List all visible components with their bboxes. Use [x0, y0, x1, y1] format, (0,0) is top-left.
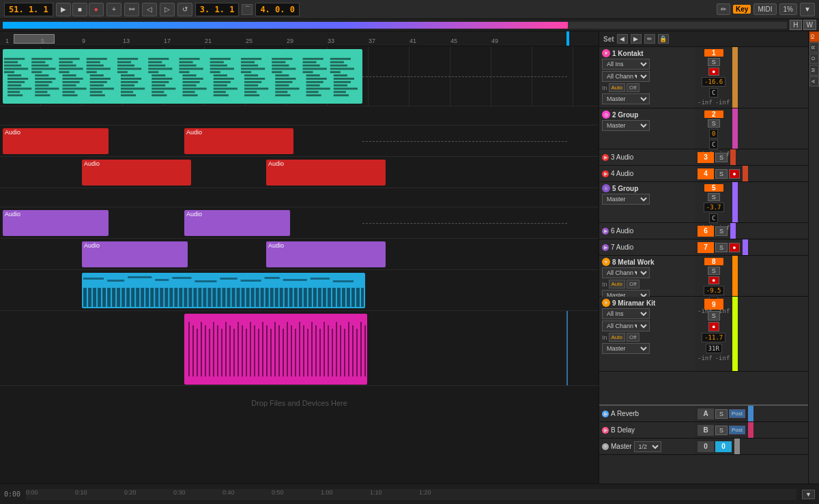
pencil-button[interactable]: ✏ [717, 3, 730, 15]
track-1-output-select[interactable]: Master [602, 93, 650, 104]
a-button[interactable]: A [809, 76, 819, 87]
overview-timeline[interactable] [3, 22, 787, 29]
track-3-s-button[interactable]: S [715, 153, 728, 162]
clip-audio-6a[interactable]: Audio [3, 210, 109, 236]
svg-rect-97 [241, 61, 255, 63]
back-button[interactable]: ◁ [142, 3, 157, 16]
track-1-midi-in[interactable]: All Ins [602, 59, 650, 70]
track-1-off-button[interactable]: Off [627, 83, 640, 92]
track-4-s-button[interactable]: S [715, 169, 728, 179]
playhead-line [566, 311, 568, 385]
track-1-number-col: 1 S ● -16.6 C -inf -inf [695, 47, 732, 108]
svg-rect-124 [303, 71, 313, 73]
track-6-icon: ▶ [602, 228, 609, 235]
send-b-post-button[interactable]: Post [729, 426, 745, 434]
track-5-output-select[interactable]: Master [602, 194, 650, 205]
track-9-midi-select[interactable]: All Ins [602, 308, 650, 319]
bottom-timeline[interactable]: 0:00 0:10 0:20 0:30 0:40 0:50 1:00 1:10 … [26, 489, 796, 500]
clip-audio-7a[interactable]: Audio [82, 241, 188, 267]
arrangement-view[interactable]: 1 5 9 13 17 21 25 29 33 37 41 45 49 [0, 31, 599, 484]
track-9-output: Master [602, 343, 692, 354]
clip-audio-3b[interactable]: Audio [184, 128, 293, 154]
track-8-arm-button[interactable]: ● [708, 276, 719, 284]
forward-button[interactable]: ▷ [160, 3, 175, 16]
clip-audio-6b[interactable]: Audio [184, 210, 290, 236]
stop-button[interactable]: ■ [72, 3, 87, 16]
clip-miramar[interactable] [184, 314, 367, 385]
time-mark-20: 0:20 [124, 489, 136, 496]
svg-rect-179 [251, 288, 255, 307]
m-button[interactable]: M [809, 65, 819, 76]
master-division-select[interactable]: 1/2 [634, 441, 661, 452]
svg-rect-106 [244, 91, 257, 93]
track-1-controls: All Ins [602, 59, 692, 70]
svg-rect-20 [35, 85, 48, 87]
track-9-output-select[interactable]: Master [602, 343, 650, 354]
track-5-s-button[interactable]: S [708, 193, 720, 201]
r-button[interactable]: R [809, 42, 819, 53]
midi-button[interactable]: MIDI [753, 3, 776, 15]
clip-kontakt-1[interactable] [3, 49, 362, 104]
loop-button[interactable]: ↺ [177, 3, 192, 16]
play-button[interactable]: ▶ [56, 3, 71, 16]
io-button[interactable]: IO [809, 31, 819, 42]
track-2-s-button[interactable]: S [708, 119, 720, 128]
track-8-channel-select[interactable]: All Chann▼ [602, 267, 650, 278]
zoom-arrow[interactable]: ▼ [800, 3, 815, 16]
set-prev-button[interactable]: ◀ [617, 34, 628, 44]
track-1-output: Master [602, 93, 692, 104]
zoom-button[interactable]: 1% [779, 3, 797, 15]
track-8-auto-button[interactable]: Auto [609, 280, 625, 288]
svg-rect-164 [179, 288, 182, 307]
w-button[interactable]: W [803, 20, 816, 30]
track-9-off-button[interactable]: Off [627, 333, 640, 342]
h-button[interactable]: H [790, 20, 801, 30]
link-button[interactable]: ⚯ [124, 3, 139, 16]
scroll-end-button[interactable]: ▼ [802, 490, 815, 499]
track-7-arm-button[interactable]: ● [729, 243, 740, 252]
record-button[interactable]: ● [89, 3, 104, 16]
track-8-s-button[interactable]: S [708, 267, 720, 275]
mixer-track-7: ▶ 7 Audio 7 S ● [599, 239, 808, 256]
send-a-post-button[interactable]: Post [729, 409, 745, 418]
track-lane-3: Audio Audio [0, 125, 599, 157]
track-9-arm-button[interactable]: ● [708, 322, 719, 331]
track-7-s-button[interactable]: S [715, 243, 728, 252]
send-b-s-button[interactable]: S [715, 426, 728, 435]
track-1-s-button[interactable]: S [708, 58, 720, 66]
svg-rect-133 [330, 61, 344, 63]
clip-audio-4b[interactable]: Audio [266, 160, 386, 186]
o-button[interactable]: O [809, 53, 819, 63]
set-pencil-button[interactable]: ✏ [644, 34, 655, 44]
loop-region[interactable] [14, 34, 55, 44]
track-8-off-button[interactable]: Off [627, 280, 640, 288]
send-a-s-button[interactable]: S [715, 409, 728, 419]
svg-rect-163 [174, 288, 177, 307]
svg-rect-210 [241, 280, 261, 282]
send-a-controls: A S Post [695, 406, 748, 421]
ruler-mark-13: 13 [123, 38, 130, 44]
track-1-info: ▼ 1 Kontakt All Ins All Chann▼ [599, 47, 695, 108]
clip-audio-4a[interactable]: Audio [82, 160, 191, 186]
track-1-arm-button[interactable]: ● [708, 68, 719, 76]
track-4-icon: ▶ [602, 171, 609, 177]
track-4-arm-button[interactable]: ● [729, 169, 740, 179]
track-1-channel-select[interactable]: All Chann▼ [602, 71, 650, 82]
master-color-bar [734, 439, 740, 454]
track-2-output-select[interactable]: Master [602, 120, 650, 131]
track-9-channel-select[interactable]: All Chann▼ [602, 321, 650, 331]
track-9-s-button[interactable]: S [708, 311, 720, 321]
track-1-name-row: ▼ 1 Kontakt [602, 49, 692, 57]
add-button[interactable]: + [106, 3, 121, 16]
svg-rect-185 [280, 288, 283, 307]
track-1-auto-button[interactable]: Auto [609, 83, 625, 92]
track-9-auto-button[interactable]: Auto [609, 333, 625, 342]
track-6-s-button[interactable]: S [715, 226, 728, 236]
svg-rect-160 [160, 288, 163, 307]
set-next-button[interactable]: ▶ [631, 34, 642, 44]
set-lock-button[interactable]: 🔒 [658, 34, 669, 44]
svg-rect-11 [8, 94, 23, 96]
clip-audio-3a[interactable]: Audio [3, 128, 109, 154]
clip-metalwork[interactable] [82, 273, 365, 308]
clip-audio-7b[interactable]: Audio [266, 241, 386, 267]
